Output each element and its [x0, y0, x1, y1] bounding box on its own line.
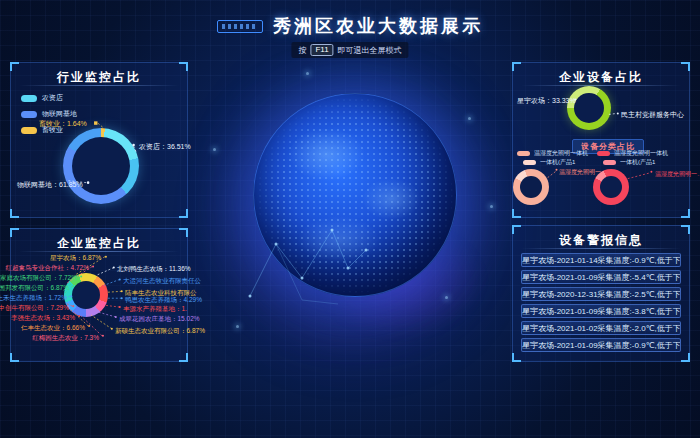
callout-label: 物联网基地：61.85% — [17, 180, 83, 190]
enterprise-slice-label: 北刘鸭生态农场：11.36% — [117, 265, 191, 274]
alarm-row: 星宇农场-2021-01-09采集温度:-5.4℃,低于下限:0℃ — [521, 270, 681, 284]
legend-item-nongzidian[interactable]: 农资店 — [21, 93, 77, 103]
f11-key-badge: F11 — [310, 44, 333, 56]
corner-decoration — [179, 62, 188, 71]
corner-decoration — [512, 353, 521, 362]
enterprise-slice-label: 李强生态农场：3.43% — [11, 314, 75, 323]
device-donut-chart[interactable] — [567, 86, 611, 130]
callout-label: 温湿度光照明一… — [655, 170, 700, 179]
spark-dot — [445, 296, 448, 299]
callout-label: 民主村党群服务中心 — [621, 110, 684, 120]
spark-dot — [468, 117, 471, 120]
corner-decoration — [512, 225, 521, 234]
enterprise-slice-label: 中创牛有限公司：7.29% — [0, 304, 69, 313]
divider — [521, 85, 681, 86]
divider — [19, 85, 179, 86]
page-title: 秀洲区农业大数据展示 — [273, 14, 483, 38]
corner-decoration — [10, 353, 19, 362]
panel-title: 行业监控占比 — [11, 63, 187, 86]
spark-dot — [490, 205, 493, 208]
enterprise-slice-label: 红超禽鸟专业合作社：4.72% — [6, 264, 89, 273]
corner-decoration — [681, 62, 690, 71]
alarm-row: 星宇农场-2021-01-14采集温度:-0.9℃,低于下限:0℃ — [521, 253, 681, 267]
panel-device-alarm-info: 设备警报信息 星宇农场-2021-01-14采集温度:-0.9℃,低于下限:0℃… — [512, 225, 690, 362]
legend-chip — [21, 127, 37, 134]
enterprise-slice-label: 成翠花园农庄基地：15.02% — [119, 315, 200, 324]
classification-donut-left[interactable] — [513, 169, 549, 205]
spark-dot — [306, 72, 309, 75]
industry-legend: 农资店 物联网基地 畜牧业 — [21, 93, 77, 141]
fullscreen-hint: 按 F11 即可退出全屏模式 — [291, 42, 408, 58]
panel-device-ratio: 企业设备占比 星宇农场：33.33% 民主村党群服务中心 设备分类占比 温湿度光… — [512, 62, 690, 218]
enterprise-slice-label: 家庭农场有限公司：7.72% — [0, 274, 77, 283]
enterprise-slice-label: 丰源水产养殖基地：1. — [123, 305, 187, 314]
enterprise-slice-label: 鸭思农生态养殖场：4.29% — [125, 296, 202, 305]
header: 秀洲区农业大数据展示 — [0, 14, 700, 38]
panel-enterprise-monitor-ratio: 企业监控占比 星宇农场：6.87% 红超禽鸟专业合作社：4.72% 家庭农场有限… — [10, 228, 188, 362]
panel-industry-monitor-ratio: 行业监控占比 农资店 物联网基地 畜牧业 畜牧业：1.64% 农资店：36.51… — [10, 62, 188, 218]
legend-item-wulianwang[interactable]: 物联网基地 — [21, 109, 77, 119]
enterprise-slice-label: 仁丰生态农业：6.66% — [21, 324, 85, 333]
legend-chip — [517, 151, 530, 156]
alarm-row: 星宇农场-2021-01-09采集温度:-0.9℃,低于下限:0℃ — [521, 338, 681, 352]
corner-decoration — [681, 209, 690, 218]
alarm-list: 星宇农场-2021-01-14采集温度:-0.9℃,低于下限:0℃ 星宇农场-2… — [521, 253, 681, 355]
corner-decoration — [10, 209, 19, 218]
corner-decoration — [179, 353, 188, 362]
corner-decoration — [512, 62, 521, 71]
industry-donut-chart[interactable] — [63, 128, 139, 204]
legend-chip — [597, 151, 610, 156]
divider — [19, 251, 179, 252]
corner-decoration — [179, 209, 188, 218]
enterprise-slice-label: 大运河生态牧业有限责任公 — [123, 277, 201, 286]
hint-prefix: 按 — [298, 45, 306, 56]
spark-dot — [213, 148, 216, 151]
alarm-row: 星宇农场-2020-12-31采集温度:-2.5℃,低于下限:0℃ — [521, 287, 681, 301]
legend-label: 农资店 — [42, 93, 63, 103]
enterprise-slice-label: 上禾生态养殖场：1.72% — [0, 294, 67, 303]
legend-chip — [603, 160, 616, 165]
legend-label: 一体机(产品1 — [540, 158, 575, 167]
enterprise-slice-label: 红梅园生态农业：7.3% — [32, 334, 99, 343]
hint-suffix: 即可退出全屏模式 — [338, 45, 402, 56]
legend-item-class-right-2[interactable]: 一体机(产品1 — [603, 158, 655, 167]
corner-decoration — [681, 225, 690, 234]
enterprise-slice-label: 星宇农场：6.87% — [50, 254, 101, 263]
legend-chip — [523, 160, 536, 165]
alarm-row: 星宇农场-2021-01-09采集温度:-3.8℃,低于下限:0℃ — [521, 304, 681, 318]
legend-item-class-left-2[interactable]: 一体机(产品1 — [523, 158, 575, 167]
panel-title: 企业设备占比 — [513, 63, 689, 86]
panel-title: 企业监控占比 — [11, 229, 187, 252]
legend-label: 温湿度光照明一体机 — [614, 149, 668, 158]
legend-label: 一体机(产品1 — [620, 158, 655, 167]
enterprise-slice-label: 国邦发有限公司：6.87% — [0, 284, 69, 293]
callout-label: 畜牧业：1.64% — [39, 119, 87, 129]
alarm-row: 星宇农场-2021-01-02采集温度:-2.0℃,低于下限:0℃ — [521, 321, 681, 335]
legend-label: 温湿度光照明一体机 — [534, 149, 588, 158]
legend-chip — [21, 95, 37, 102]
header-logo — [217, 20, 263, 33]
legend-chip — [21, 111, 37, 118]
legend-label: 物联网基地 — [42, 109, 77, 119]
panel-title: 设备警报信息 — [513, 226, 689, 249]
network-lines-decoration — [238, 208, 388, 318]
divider — [521, 248, 681, 249]
corner-decoration — [10, 62, 19, 71]
corner-decoration — [681, 353, 690, 362]
legend-item-class-left-1[interactable]: 温湿度光照明一体机 — [517, 149, 588, 158]
corner-decoration — [10, 228, 19, 237]
enterprise-slice-label: 新硕生态农业有限公司：6.87% — [115, 327, 205, 336]
callout-label: 农资店：36.51% — [139, 142, 191, 152]
corner-decoration — [512, 209, 521, 218]
spark-dot — [236, 325, 239, 328]
callout-label: 星宇农场：33.33% — [517, 96, 576, 106]
corner-decoration — [179, 228, 188, 237]
legend-item-class-right-1[interactable]: 温湿度光照明一体机 — [597, 149, 668, 158]
callout-label: 温湿度光照明一… — [559, 168, 607, 177]
